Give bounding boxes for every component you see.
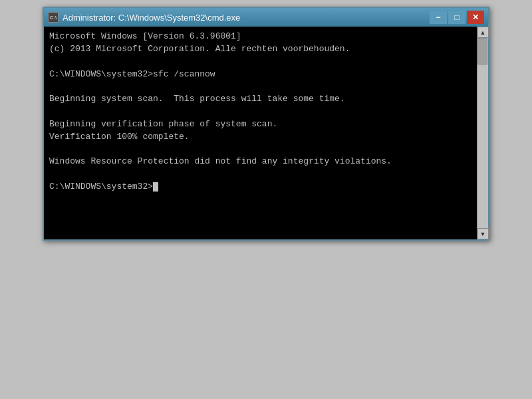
titlebar-controls: − □ ✕ xyxy=(430,11,484,24)
titlebar: C:\ Administrator: C:\Windows\System32\c… xyxy=(44,8,488,27)
cursor xyxy=(153,182,158,192)
console-output: Microsoft Windows [Version 6.3.96001] (c… xyxy=(49,31,471,194)
window-title: Administrator: C:\Windows\System32\cmd.e… xyxy=(63,13,240,23)
console-wrapper: Microsoft Windows [Version 6.3.96001] (c… xyxy=(44,27,488,239)
minimize-button[interactable]: − xyxy=(430,11,447,24)
titlebar-left: C:\ Administrator: C:\Windows\System32\c… xyxy=(48,12,240,23)
cmd-icon: C:\ xyxy=(48,12,59,23)
cmd-icon-label: C:\ xyxy=(50,15,57,21)
console-content[interactable]: Microsoft Windows [Version 6.3.96001] (c… xyxy=(44,27,477,239)
scroll-track[interactable] xyxy=(477,38,488,228)
maximize-button[interactable]: □ xyxy=(448,11,466,24)
cmd-window: C:\ Administrator: C:\Windows\System32\c… xyxy=(43,7,489,241)
scroll-down-button[interactable]: ▼ xyxy=(477,228,489,239)
scroll-thumb[interactable] xyxy=(477,38,487,65)
close-button[interactable]: ✕ xyxy=(467,11,484,24)
scrollbar: ▲ ▼ xyxy=(477,27,488,239)
scroll-up-button[interactable]: ▲ xyxy=(477,27,489,38)
